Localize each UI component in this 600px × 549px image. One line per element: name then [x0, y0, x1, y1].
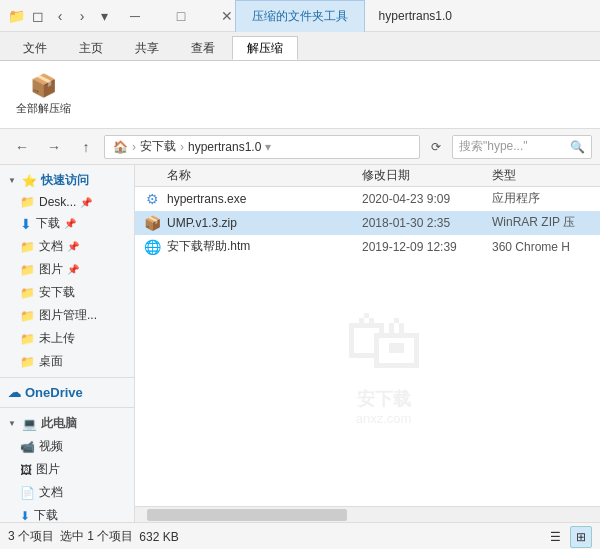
- ribbon: 文件 主页 共享 查看 解压缩 📦 全部解压缩: [0, 32, 600, 129]
- file-name-1: UMP.v1.3.zip: [167, 216, 362, 230]
- htm-icon: 🌐: [143, 238, 161, 256]
- sidebar-item-unuploaded[interactable]: 📁 未上传: [0, 327, 134, 350]
- main-area: ▼ ⭐ 快速访问 📁 Desk... 📌 ⬇ 下载 📌 📁 文档 📌 📁 图片 …: [0, 165, 600, 522]
- watermark-url: anxz.com: [344, 410, 424, 425]
- window-icon: 📁: [8, 8, 24, 24]
- sidebar: ▼ ⭐ 快速访问 📁 Desk... 📌 ⬇ 下载 📌 📁 文档 📌 📁 图片 …: [0, 165, 135, 522]
- selected-count: 选中 1 个项目: [60, 528, 133, 545]
- quick-access-icon[interactable]: ◻: [30, 8, 46, 24]
- file-date-2: 2019-12-09 12:39: [362, 240, 492, 254]
- view-controls: ☰ ⊞: [544, 526, 592, 548]
- expand-arrow-pc: ▼: [8, 419, 16, 428]
- breadcrumb-download[interactable]: 安下载: [140, 138, 176, 155]
- forward-icon[interactable]: ›: [74, 8, 90, 24]
- quick-access-arrow: ▼: [8, 176, 16, 185]
- watermark: 🛍 安下载 anxz.com: [344, 294, 424, 425]
- tab-file[interactable]: 文件: [8, 36, 62, 60]
- sidebar-item-docs[interactable]: 📁 文档 📌: [0, 235, 134, 258]
- file-type-2: 360 Chrome H: [492, 240, 592, 254]
- tab-view[interactable]: 查看: [176, 36, 230, 60]
- watermark-bag-icon: 🛍: [344, 294, 424, 386]
- col-type-header[interactable]: 类型: [492, 167, 592, 184]
- watermark-text: 安下载: [344, 386, 424, 410]
- file-type-0: 应用程序: [492, 190, 592, 207]
- breadcrumb[interactable]: 🏠 › 安下载 › hypertrans1.0 ▾: [104, 135, 420, 159]
- tab-extract[interactable]: 解压缩: [232, 36, 298, 60]
- large-icon-view-button[interactable]: ⊞: [570, 526, 592, 548]
- sidebar-divider-1: [0, 377, 134, 378]
- pin-icon: 📌: [80, 197, 92, 208]
- doc-icon: 📄: [20, 486, 35, 500]
- minimize-button[interactable]: ─: [112, 0, 158, 32]
- horizontal-scrollbar[interactable]: [135, 506, 600, 522]
- exe-icon: ⚙: [143, 190, 161, 208]
- extract-all-icon: 📦: [30, 73, 57, 99]
- tab-home[interactable]: 主页: [64, 36, 118, 60]
- title-bar: 📁 ◻ ‹ › ▾ 压缩的文件夹工具 hypertrans1.0 ─ □ ✕: [0, 0, 600, 32]
- folder-icon: 📁: [20, 195, 35, 209]
- status-info: 3 个项目 选中 1 个项目 632 KB: [8, 528, 179, 545]
- back-icon[interactable]: ‹: [52, 8, 68, 24]
- sidebar-divider-2: [0, 407, 134, 408]
- sidebar-item-pc-pictures[interactable]: 🖼 图片: [0, 458, 134, 481]
- file-name-0: hypertrans.exe: [167, 192, 362, 206]
- down-icon[interactable]: ▾: [96, 8, 112, 24]
- folder-docs-icon: 📁: [20, 240, 35, 254]
- sidebar-item-downloads[interactable]: ⬇ 下载 📌: [0, 212, 134, 235]
- sidebar-item-anzaixia[interactable]: 📁 安下载: [0, 281, 134, 304]
- download-icon: ⬇: [20, 216, 32, 232]
- compress-tool-label: 压缩的文件夹工具: [235, 0, 365, 32]
- refresh-button[interactable]: ⟳: [424, 135, 448, 159]
- back-button[interactable]: ←: [8, 133, 36, 161]
- extract-all-label: 全部解压缩: [16, 101, 71, 116]
- extract-all-button[interactable]: 📦 全部解压缩: [8, 69, 79, 120]
- window-controls: ─ □ ✕: [112, 0, 250, 32]
- selected-size: 632 KB: [139, 530, 178, 544]
- sidebar-item-pictures[interactable]: 📁 图片 📌: [0, 258, 134, 281]
- sidebar-item-desktop[interactable]: 📁 Desk... 📌: [0, 192, 134, 212]
- sidebar-item-pic-mgr[interactable]: 📁 图片管理...: [0, 304, 134, 327]
- file-area: 名称 修改日期 类型 🛍 安下载 anxz.com ⚙ hypertrans.e…: [135, 165, 600, 522]
- onedrive-icon: ☁: [8, 385, 21, 400]
- details-view-button[interactable]: ☰: [544, 526, 566, 548]
- table-row[interactable]: ⚙ hypertrans.exe 2020-04-23 9:09 应用程序: [135, 187, 600, 211]
- col-date-header[interactable]: 修改日期: [362, 167, 492, 184]
- folder-desk-icon: 📁: [20, 355, 35, 369]
- ribbon-tab-bar: 文件 主页 共享 查看 解压缩: [0, 32, 600, 60]
- file-type-1: WinRAR ZIP 压: [492, 214, 592, 231]
- breadcrumb-folder[interactable]: hypertrans1.0: [188, 140, 261, 154]
- picture-icon: 🖼: [20, 463, 32, 477]
- sidebar-item-sidebardesk[interactable]: 📁 桌面: [0, 350, 134, 373]
- table-row[interactable]: 📦 UMP.v1.3.zip 2018-01-30 2:35 WinRAR ZI…: [135, 211, 600, 235]
- search-box[interactable]: 搜索"hype..." 🔍: [452, 135, 592, 159]
- title-bar-icons: 📁 ◻ ‹ › ▾: [8, 8, 112, 24]
- sidebar-this-pc[interactable]: ▼ 💻 此电脑: [0, 412, 134, 435]
- maximize-button[interactable]: □: [158, 0, 204, 32]
- table-row[interactable]: 🌐 安下载帮助.htm 2019-12-09 12:39 360 Chrome …: [135, 235, 600, 259]
- pin-icon-3: 📌: [67, 241, 79, 252]
- forward-button[interactable]: →: [40, 133, 68, 161]
- sidebar-item-pc-downloads[interactable]: ⬇ 下载: [0, 504, 134, 522]
- folder-upload-icon: 📁: [20, 332, 35, 346]
- window-title: hypertrans1.0: [379, 9, 452, 23]
- column-header: 名称 修改日期 类型: [135, 165, 600, 187]
- sidebar-item-video[interactable]: 📹 视频: [0, 435, 134, 458]
- tab-share[interactable]: 共享: [120, 36, 174, 60]
- search-placeholder: 搜索"hype...": [459, 138, 566, 155]
- search-icon[interactable]: 🔍: [570, 140, 585, 154]
- sidebar-quick-access[interactable]: ▼ ⭐ 快速访问: [0, 169, 134, 192]
- sidebar-item-pc-docs[interactable]: 📄 文档: [0, 481, 134, 504]
- video-icon: 📹: [20, 440, 35, 454]
- zip-icon: 📦: [143, 214, 161, 232]
- item-count: 3 个项目: [8, 528, 54, 545]
- up-button[interactable]: ↑: [72, 133, 100, 161]
- folder-an-icon: 📁: [20, 286, 35, 300]
- sidebar-onedrive[interactable]: ☁ OneDrive: [0, 382, 134, 403]
- col-name-header[interactable]: 名称: [143, 167, 362, 184]
- pin-icon-2: 📌: [64, 218, 76, 229]
- folder-picmgr-icon: 📁: [20, 309, 35, 323]
- scroll-thumb[interactable]: [147, 509, 347, 521]
- file-date-0: 2020-04-23 9:09: [362, 192, 492, 206]
- pin-icon-4: 📌: [67, 264, 79, 275]
- computer-icon: 💻: [22, 417, 37, 431]
